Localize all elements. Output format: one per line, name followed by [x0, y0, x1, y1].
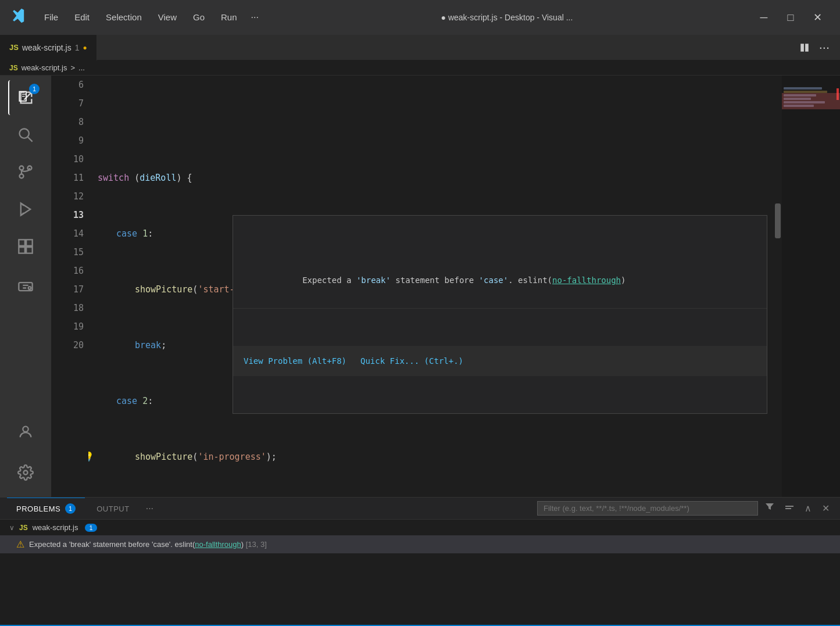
- editor-tab[interactable]: JS weak-script.js 1 ●: [0, 35, 97, 60]
- vscode-logo: [9, 8, 26, 28]
- code-line-12: 💡 showPicture('in-progress');: [98, 448, 840, 466]
- tab-problems[interactable]: PROBLEMS 1: [7, 498, 85, 520]
- quick-fix-button[interactable]: Quick Fix... (Ctrl+.): [360, 352, 463, 370]
- svg-point-3: [20, 166, 24, 170]
- lightbulb-icon[interactable]: 💡: [88, 448, 94, 466]
- activity-settings[interactable]: [8, 455, 43, 490]
- warning-icon: ⚠: [16, 539, 24, 550]
- svg-point-13: [23, 427, 28, 432]
- breadcrumb-file-icon: JS: [9, 64, 18, 72]
- tab-number: 1: [75, 43, 80, 52]
- activity-search[interactable]: [8, 117, 43, 152]
- problems-filename: weak-script.js: [33, 523, 78, 532]
- svg-rect-15: [785, 506, 793, 507]
- more-actions-button[interactable]: ···: [816, 38, 833, 58]
- line-numbers: 6 7 8 9 10 11 12 13 14 15 16 17 18 19 20: [51, 76, 88, 497]
- panel-filter-input[interactable]: [537, 501, 758, 516]
- activity-account[interactable]: [8, 418, 43, 453]
- js-file-icon: JS: [9, 43, 19, 52]
- code-line-6: [98, 113, 840, 131]
- problems-file-row[interactable]: ∨ JS weak-script.js 1: [0, 520, 840, 535]
- tab-actions: ···: [796, 38, 840, 58]
- breadcrumb: JS weak-script.js > ...: [0, 60, 840, 76]
- panel-tab-bar: PROBLEMS 1 OUTPUT ··· ∧ ✕: [0, 498, 840, 520]
- svg-point-12: [28, 287, 31, 289]
- tab-bar: JS weak-script.js 1 ● ···: [0, 35, 840, 60]
- view-problem-button[interactable]: View Problem (Alt+F8): [244, 352, 346, 370]
- activity-explorer[interactable]: 1: [8, 80, 43, 115]
- editor-scrollbar[interactable]: [774, 76, 782, 497]
- hover-message: Expected a 'break' statement before 'cas…: [233, 253, 767, 309]
- tab-modified-dot: ●: [83, 44, 87, 52]
- panel-more-tabs[interactable]: ···: [141, 503, 158, 514]
- titlebar: File Edit Selection View Go Run ··· ● we…: [0, 0, 840, 35]
- svg-rect-16: [785, 508, 791, 509]
- panel: PROBLEMS 1 OUTPUT ··· ∧ ✕: [0, 497, 840, 625]
- explorer-badge: 1: [29, 84, 40, 94]
- menu-bar: File Edit Selection View Go Run ···: [37, 10, 263, 25]
- menu-selection[interactable]: Selection: [99, 10, 149, 25]
- menu-file[interactable]: File: [37, 10, 65, 25]
- activity-run-debug[interactable]: [8, 192, 43, 227]
- panel-content: ∨ JS weak-script.js 1 ⚠ Expected a 'brea…: [0, 520, 840, 625]
- window-title: ● weak-script.js - Desktop - Visual ...: [263, 13, 750, 22]
- minimap-highlight: [782, 93, 840, 109]
- minimize-button[interactable]: ─: [750, 6, 777, 29]
- problems-eslint-link[interactable]: no-fallthrough: [195, 540, 241, 549]
- svg-line-2: [28, 137, 33, 142]
- menu-run[interactable]: Run: [214, 10, 244, 25]
- breadcrumb-context[interactable]: ...: [78, 63, 85, 72]
- code-editor[interactable]: switch (dieRoll) { case 1: showPicture('…: [88, 76, 840, 497]
- menu-edit[interactable]: Edit: [67, 10, 96, 25]
- svg-rect-8: [26, 239, 32, 246]
- problems-badge: 1: [65, 503, 76, 514]
- filter-icon[interactable]: [762, 501, 778, 516]
- breadcrumb-filename[interactable]: weak-script.js: [22, 63, 67, 72]
- close-panel-button[interactable]: ✕: [818, 502, 833, 515]
- editor-content: 6 7 8 9 10 11 12 13 14 15 16 17 18 19 20…: [51, 76, 840, 497]
- problems-file-icon: JS: [19, 524, 28, 532]
- activity-source-control[interactable]: [8, 155, 43, 189]
- activity-extensions[interactable]: [8, 229, 43, 264]
- close-button[interactable]: ✕: [804, 6, 831, 29]
- svg-rect-10: [26, 247, 32, 253]
- panel-filter: ∧ ✕: [537, 501, 833, 516]
- tab-output[interactable]: OUTPUT: [87, 498, 138, 520]
- menu-more[interactable]: ···: [246, 10, 263, 25]
- code-line-7: switch (dieRoll) {: [98, 169, 840, 187]
- scrollbar-thumb[interactable]: [775, 203, 781, 238]
- split-editor-button[interactable]: [796, 40, 813, 55]
- expand-collapse-icon[interactable]: ∧: [801, 502, 815, 515]
- menu-go[interactable]: Go: [186, 10, 212, 25]
- svg-point-1: [20, 129, 29, 138]
- hover-diagnostic-card: Expected a 'break' statement before 'cas…: [233, 215, 767, 414]
- window-controls: ─ □ ✕: [750, 6, 831, 29]
- svg-rect-7: [19, 239, 25, 246]
- activity-remote[interactable]: [8, 269, 43, 303]
- tab-filename: weak-script.js: [22, 43, 72, 52]
- svg-rect-9: [19, 247, 25, 253]
- menu-view[interactable]: View: [151, 10, 184, 25]
- problems-error-text: Expected a 'break' statement before 'cas…: [29, 540, 267, 549]
- main-layout: 1: [0, 76, 840, 497]
- breadcrumb-sep: >: [70, 63, 75, 72]
- hover-actions: View Problem (Alt+F8) Quick Fix... (Ctrl…: [233, 346, 767, 376]
- eslint-rule-link[interactable]: no-fallthrough: [552, 276, 621, 285]
- restore-button[interactable]: □: [777, 6, 804, 29]
- problems-file-badge: 1: [85, 524, 96, 532]
- svg-point-14: [24, 471, 28, 475]
- collapse-all-icon[interactable]: [781, 501, 798, 516]
- activity-bar: 1: [0, 76, 51, 497]
- editor-area[interactable]: 6 7 8 9 10 11 12 13 14 15 16 17 18 19 20…: [51, 76, 840, 497]
- svg-point-4: [20, 174, 24, 178]
- minimap: [782, 76, 840, 497]
- problems-error-row[interactable]: ⚠ Expected a 'break' statement before 'c…: [0, 535, 840, 553]
